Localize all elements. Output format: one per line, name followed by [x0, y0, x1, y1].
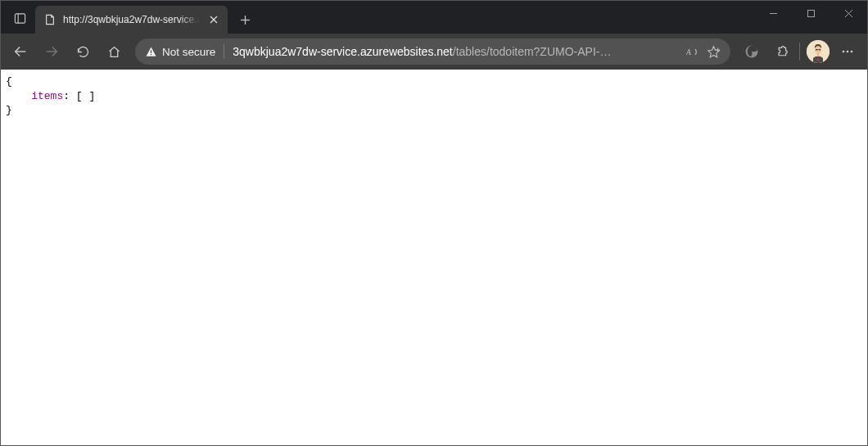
security-indicator[interactable]: Not secure [145, 46, 215, 58]
json-key-items: items [31, 90, 63, 102]
extensions-button[interactable] [766, 37, 796, 66]
forward-button[interactable] [37, 37, 66, 66]
extensions-icon [775, 45, 789, 59]
read-aloud-icon[interactable]: A [686, 45, 700, 59]
close-icon [210, 16, 218, 24]
close-icon [844, 9, 853, 18]
warning-icon [145, 46, 157, 58]
arrow-left-icon [13, 44, 28, 59]
toolbar-right [737, 37, 862, 66]
maximize-button[interactable] [792, 1, 830, 25]
svg-rect-21 [816, 49, 817, 50]
tab-actions-icon [14, 12, 26, 25]
new-tab-button[interactable] [233, 7, 257, 32]
svg-rect-12 [151, 50, 151, 53]
plus-icon [240, 15, 251, 25]
page-icon [43, 13, 57, 26]
url-host: 3qwbkjua2w7dw-service.azurewebsites.net [233, 45, 452, 58]
home-button[interactable] [99, 37, 129, 66]
separator [799, 43, 800, 61]
back-button[interactable] [6, 37, 35, 66]
svg-rect-7 [807, 10, 814, 16]
json-brace-open: { [6, 75, 12, 88]
more-icon [841, 45, 854, 58]
svg-rect-13 [151, 53, 151, 54]
url-path: /tables/todoitem?ZUMO-API-… [453, 45, 612, 58]
tab-title: http://3qwbkjua2w7dw-service.a [63, 14, 200, 25]
svg-point-25 [847, 51, 849, 53]
edge-logo-icon [744, 43, 760, 60]
separator [224, 44, 224, 59]
svg-rect-0 [15, 13, 25, 22]
avatar-icon [807, 40, 830, 63]
edge-hub-button[interactable] [737, 37, 766, 66]
home-icon [107, 45, 121, 59]
toolbar: Not secure 3qwbkjua2w7dw-service.azurewe… [1, 34, 867, 70]
json-value-items: : [ ] [63, 90, 95, 102]
svg-point-24 [843, 51, 845, 53]
tab-close-button[interactable] [206, 12, 221, 27]
address-bar[interactable]: Not secure 3qwbkjua2w7dw-service.azurewe… [135, 38, 730, 65]
svg-point-26 [851, 51, 853, 53]
refresh-button[interactable] [68, 37, 97, 66]
refresh-icon [76, 45, 90, 59]
arrow-right-icon [44, 44, 59, 59]
titlebar: http://3qwbkjua2w7dw-service.a [1, 1, 867, 34]
maximize-icon [807, 9, 816, 18]
svg-text:A: A [686, 47, 691, 56]
svg-rect-22 [819, 49, 821, 50]
url-text: 3qwbkjua2w7dw-service.azurewebsites.net/… [233, 45, 680, 58]
tab-actions-button[interactable] [4, 4, 35, 32]
window-controls [754, 1, 867, 27]
menu-button[interactable] [833, 37, 862, 66]
profile-avatar[interactable] [807, 40, 830, 63]
minimize-button[interactable] [754, 1, 792, 25]
json-brace-close: } [6, 104, 12, 116]
browser-tab[interactable]: http://3qwbkjua2w7dw-service.a [35, 6, 228, 34]
minimize-icon [769, 9, 778, 18]
favorites-icon[interactable] [707, 45, 721, 59]
window-close-button[interactable] [830, 1, 867, 25]
security-label: Not secure [162, 46, 215, 58]
page-content: { items: [ ] } [1, 70, 867, 118]
